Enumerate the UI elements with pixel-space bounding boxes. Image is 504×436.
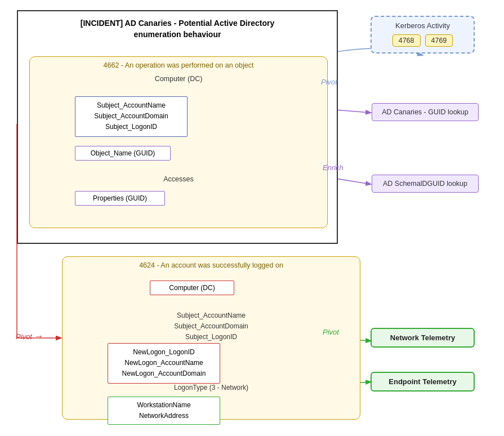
pivot-left-label: Pivot <box>16 332 32 341</box>
subject-logon-id: Subject_LogonID <box>81 122 181 132</box>
event-4662-box: 4662 - An operation was performed on an … <box>29 56 328 228</box>
subject-account-domain-bottom: Subject_AccountDomain <box>63 321 360 332</box>
diagram-container: [INCIDENT] AD Canaries - Potential Activ… <box>0 0 504 436</box>
subject-account-domain: Subject_AccountDomain <box>81 111 181 122</box>
ad-canaries-box: AD Canaries - GUID lookup <box>372 103 479 121</box>
event-4624-outer: 4624 - An account was successfully logge… <box>62 256 360 420</box>
subject-account-name: Subject_AccountName <box>81 100 181 111</box>
network-address: NetworkAddress <box>114 411 214 421</box>
logontype-label: LogonType (3 - Network) <box>63 384 360 391</box>
event-4662-label: 4662 - An operation was performed on an … <box>30 57 327 73</box>
newlogon-account-domain: NewLogon_AccountDomain <box>114 368 214 379</box>
subject-logon-id-bottom: Subject_LogonID <box>63 332 360 342</box>
newlogon-logon-id: NewLogon_LogonID <box>114 347 214 358</box>
network-telemetry-box: Network Telemetry <box>371 328 475 348</box>
subject-account-name-bottom: Subject_AccountName <box>63 310 360 321</box>
event-4624-label: 4624 - An account was successfully logge… <box>63 257 360 273</box>
label-enrich: Enrich <box>323 163 344 172</box>
accesses-label: Accesses <box>30 175 327 183</box>
endpoint-telemetry-label: Endpoint Telemetry <box>389 377 456 386</box>
properties-box: Properties (GUID) <box>75 191 165 206</box>
label-pivot-left: Pivot → <box>16 331 43 341</box>
ad-canaries-label: AD Canaries - GUID lookup <box>382 108 469 116</box>
properties-label: Properties (GUID) <box>93 194 147 202</box>
label-pivot-top: Pivot <box>321 78 337 86</box>
newlogon-box: NewLogon_LogonID NewLogon_AccountName Ne… <box>108 343 220 384</box>
incident-title-line2: enumeration behaviour <box>134 30 221 39</box>
kerberos-badges: 4768 4769 <box>378 34 467 47</box>
kerberos-box: Kerberos Activity 4768 4769 <box>371 16 475 54</box>
kerberos-4769: 4769 <box>425 34 453 47</box>
network-telemetry-label: Network Telemetry <box>390 333 455 342</box>
ad-schema-box: AD SchemalDGUID lookup <box>372 175 479 193</box>
label-pivot-bottom: Pivot <box>323 328 339 336</box>
computer-dc-top: Computer (DC) <box>30 73 327 85</box>
workstation-name: WorkstationName <box>114 400 214 411</box>
computer-dc-bottom: Computer (DC) <box>150 281 234 295</box>
object-name-label: Object_Name (GUID) <box>91 149 155 157</box>
kerberos-title: Kerberos Activity <box>378 21 467 30</box>
pivot-left-arrow: → <box>34 331 43 341</box>
incident-title: [INCIDENT] AD Canaries - Potential Activ… <box>18 11 337 46</box>
object-name-box: Object_Name (GUID) <box>75 146 171 161</box>
incident-box: [INCIDENT] AD Canaries - Potential Activ… <box>17 10 338 244</box>
subject-bottom-label: Subject_AccountName Subject_AccountDomai… <box>63 310 360 343</box>
ad-schema-label: AD SchemalDGUID lookup <box>383 180 467 188</box>
endpoint-telemetry-box: Endpoint Telemetry <box>371 372 475 391</box>
subject-account-box: Subject_AccountName Subject_AccountDomai… <box>75 96 188 137</box>
workstation-box: WorkstationName NetworkAddress <box>108 397 220 425</box>
kerberos-4768: 4768 <box>393 34 421 47</box>
incident-title-line1: [INCIDENT] AD Canaries - Potential Activ… <box>81 19 274 28</box>
computer-dc-bottom-label: Computer (DC) <box>169 284 215 292</box>
newlogon-account-name: NewLogon_AccountName <box>114 358 214 368</box>
